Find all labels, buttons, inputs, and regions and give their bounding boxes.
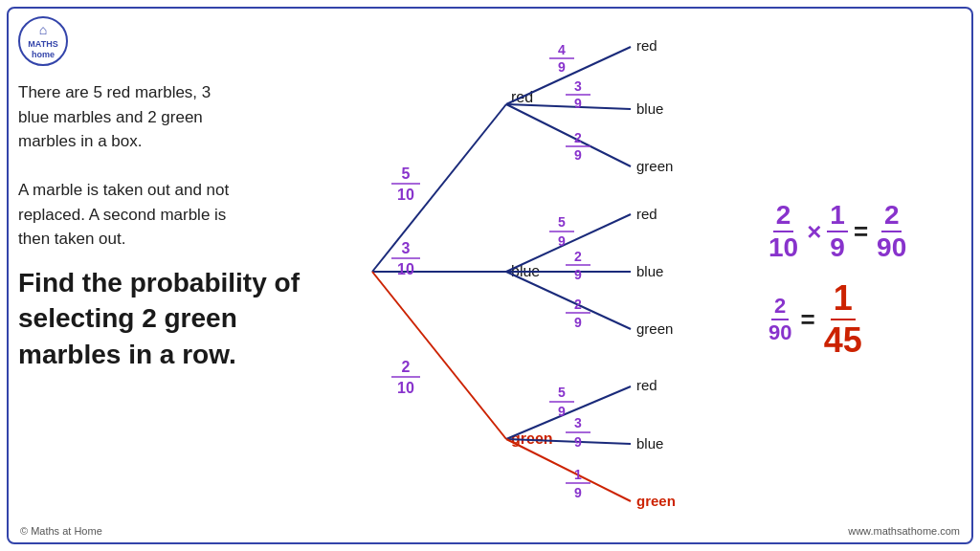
svg-text:9: 9 xyxy=(558,59,566,75)
svg-line-0 xyxy=(372,104,506,272)
svg-text:3: 3 xyxy=(574,415,582,430)
multiply-symbol: × xyxy=(807,217,821,247)
frac-1-45: 1 45 xyxy=(821,278,865,361)
svg-text:red: red xyxy=(636,206,657,222)
svg-text:5: 5 xyxy=(402,165,411,182)
svg-text:blue: blue xyxy=(636,435,663,452)
equals-symbol-2: = xyxy=(800,305,814,335)
equation-panel: 2 10 × 1 9 = 2 90 2 90 = 1 45 xyxy=(766,200,957,361)
frac-2-90: 2 90 xyxy=(874,200,909,263)
svg-text:1: 1 xyxy=(574,467,582,482)
equation-line2: 2 90 = 1 45 xyxy=(766,278,957,361)
svg-line-15 xyxy=(506,47,631,104)
svg-text:red: red xyxy=(636,377,657,393)
svg-text:3: 3 xyxy=(574,78,582,94)
svg-text:4: 4 xyxy=(558,42,566,57)
question-text: Find the probability of selecting 2 gree… xyxy=(18,265,315,373)
svg-text:9: 9 xyxy=(574,147,582,163)
svg-text:5: 5 xyxy=(558,214,566,230)
svg-line-2 xyxy=(372,272,506,439)
frac-1-9: 1 9 xyxy=(827,200,848,263)
svg-text:9: 9 xyxy=(574,315,582,330)
svg-line-45 xyxy=(506,386,631,439)
svg-text:9: 9 xyxy=(558,233,566,249)
svg-text:9: 9 xyxy=(574,267,582,282)
footer-website: www.mathsathome.com xyxy=(848,525,960,537)
svg-text:5: 5 xyxy=(558,385,566,400)
svg-text:10: 10 xyxy=(397,261,414,277)
svg-text:9: 9 xyxy=(558,404,566,419)
svg-text:2: 2 xyxy=(574,297,582,312)
svg-text:9: 9 xyxy=(574,434,582,450)
equation-line1: 2 10 × 1 9 = 2 90 xyxy=(766,200,957,263)
problem-text: There are 5 red marbles, 3 blue marbles … xyxy=(18,80,315,252)
main-container: ⌂ MATHS home There are 5 red marbles, 3 … xyxy=(7,7,973,544)
svg-text:9: 9 xyxy=(574,96,582,111)
svg-line-32 xyxy=(506,272,631,329)
svg-text:blue: blue xyxy=(636,263,663,279)
text-panel: There are 5 red marbles, 3 blue marbles … xyxy=(18,18,315,373)
footer-copyright: © Maths at Home xyxy=(20,525,102,537)
svg-text:3: 3 xyxy=(402,240,411,256)
svg-line-47 xyxy=(506,439,631,501)
svg-text:2: 2 xyxy=(574,130,582,145)
svg-text:10: 10 xyxy=(397,187,414,203)
svg-text:9: 9 xyxy=(574,485,582,500)
svg-text:blue: blue xyxy=(636,100,663,117)
equals-symbol-1: = xyxy=(854,217,868,247)
svg-line-16 xyxy=(506,104,631,109)
svg-text:red: red xyxy=(636,37,657,54)
svg-text:10: 10 xyxy=(397,380,414,396)
svg-text:2: 2 xyxy=(574,249,582,264)
svg-text:green: green xyxy=(636,158,673,174)
svg-text:2: 2 xyxy=(402,359,411,375)
frac-2-90-b: 2 90 xyxy=(766,294,794,345)
svg-text:green: green xyxy=(636,493,676,509)
svg-text:green: green xyxy=(636,320,673,337)
tree-diagram: 5 10 3 10 2 10 red blue green 4 9 3 9 2 … xyxy=(296,9,717,535)
svg-line-30 xyxy=(506,214,631,272)
svg-line-17 xyxy=(506,104,631,166)
frac-2-10: 2 10 xyxy=(766,200,801,263)
